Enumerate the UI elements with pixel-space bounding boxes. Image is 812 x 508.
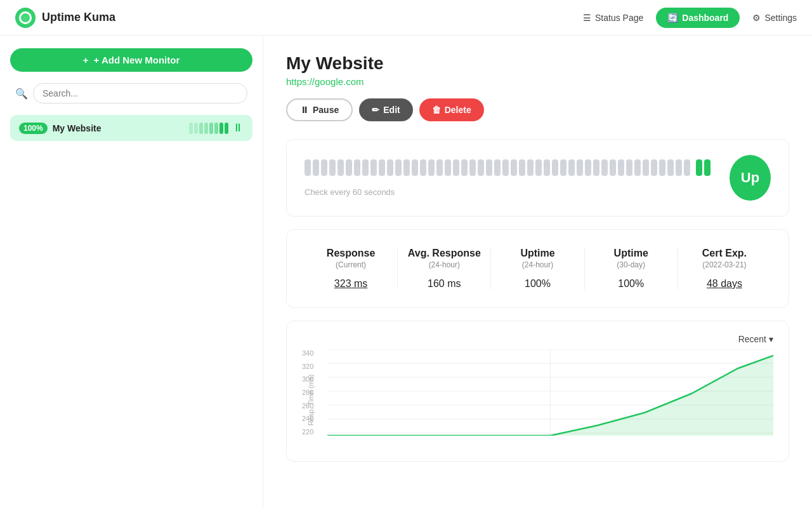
hb-big-bar bbox=[684, 159, 690, 176]
hb-big-bar bbox=[568, 159, 575, 176]
monitor-list-item[interactable]: 100% My Website ⏸ bbox=[10, 115, 252, 141]
app-title: Uptime Kuma bbox=[42, 11, 115, 24]
hb-big-bar bbox=[667, 159, 674, 176]
add-monitor-button[interactable]: + + Add New Monitor bbox=[10, 48, 252, 72]
hb-bar bbox=[209, 123, 213, 134]
hb-big-bar bbox=[535, 159, 542, 176]
chevron-down-icon: ▾ bbox=[769, 334, 773, 344]
hb-big-bar-green bbox=[704, 159, 710, 176]
dashboard-button[interactable]: 🔄 Dashboard bbox=[656, 8, 740, 28]
hb-big-bar bbox=[502, 159, 509, 176]
hb-big-bar bbox=[346, 159, 352, 176]
stat-response: Response (Current) 323 ms bbox=[304, 248, 398, 290]
sidebar: + + Add New Monitor 🔍 100% My Website bbox=[0, 36, 263, 508]
stat-cert-exp: Cert Exp. (2022-03-21) 48 days bbox=[678, 248, 771, 290]
menu-icon: ☰ bbox=[583, 13, 591, 23]
layout: + + Add New Monitor 🔍 100% My Website bbox=[0, 36, 812, 508]
hb-bar bbox=[225, 123, 228, 134]
hb-big-bar bbox=[395, 159, 402, 176]
chart-plot bbox=[327, 349, 773, 436]
chart-header: Recent ▾ bbox=[302, 334, 773, 344]
heartbeat-row bbox=[304, 159, 714, 176]
hb-big-bar bbox=[626, 159, 632, 176]
hb-big-bar bbox=[354, 159, 360, 176]
hb-bar bbox=[214, 123, 218, 134]
hb-big-bar bbox=[618, 159, 624, 176]
stat-value: 100% bbox=[525, 278, 551, 290]
hb-big-bar bbox=[428, 159, 435, 176]
hb-big-bar bbox=[329, 159, 336, 176]
stat-sub: (30-day) bbox=[617, 260, 645, 269]
stat-sub: (Current) bbox=[336, 260, 366, 269]
hb-big-bar bbox=[321, 159, 327, 176]
site-url[interactable]: https://google.com bbox=[286, 76, 789, 87]
search-area: 🔍 bbox=[10, 83, 252, 104]
hb-big-bar bbox=[519, 159, 525, 176]
logo-area: Uptime Kuma bbox=[15, 8, 115, 28]
up-badge: Up bbox=[730, 155, 771, 201]
hb-big-bar bbox=[313, 159, 319, 176]
hb-big-bar bbox=[560, 159, 566, 176]
hb-big-bar bbox=[552, 159, 558, 176]
stat-value: 323 ms bbox=[334, 278, 367, 290]
hb-big-bar bbox=[387, 159, 393, 176]
stat-label: Cert Exp. bbox=[702, 248, 747, 259]
hb-big-bar bbox=[511, 159, 517, 176]
search-icon: 🔍 bbox=[15, 88, 28, 100]
hb-bar bbox=[219, 123, 223, 134]
hb-bar bbox=[204, 123, 208, 134]
stat-sub: (24-hour) bbox=[429, 260, 460, 269]
hb-bar bbox=[189, 123, 193, 134]
hb-big-bar bbox=[461, 159, 468, 176]
status-bars: Check every 60 seconds bbox=[304, 159, 714, 197]
hb-big-bar bbox=[436, 159, 443, 176]
stat-sub: (2022-03-21) bbox=[702, 260, 746, 269]
hb-big-bar bbox=[494, 159, 501, 176]
hb-big-bar bbox=[362, 159, 369, 176]
plus-icon: + bbox=[83, 55, 89, 65]
hb-big-bar bbox=[403, 159, 410, 176]
edit-icon: ✏ bbox=[372, 105, 379, 115]
chart-svg bbox=[327, 349, 773, 436]
search-input[interactable] bbox=[33, 83, 247, 104]
stat-avg-response: Avg. Response (24-hour) 160 ms bbox=[398, 248, 491, 290]
hb-big-bar bbox=[486, 159, 492, 176]
hb-big-bar bbox=[420, 159, 426, 176]
stat-sub: (24-hour) bbox=[522, 260, 553, 269]
status-page-link[interactable]: ☰ Status Page bbox=[583, 13, 643, 23]
uptime-badge: 100% bbox=[19, 123, 48, 134]
delete-button[interactable]: 🗑 Delete bbox=[419, 98, 484, 121]
main-content: My Website https://google.com ⏸ Pause ✏ … bbox=[263, 36, 812, 508]
pause-button[interactable]: ⏸ Pause bbox=[286, 98, 353, 121]
hb-big-bar bbox=[643, 159, 649, 176]
hb-bar bbox=[199, 123, 203, 134]
pause-icon: ⏸ bbox=[232, 121, 244, 135]
y-label: 220 bbox=[302, 428, 325, 436]
dashboard-icon: 🔄 bbox=[667, 13, 678, 23]
y-label: 320 bbox=[302, 363, 325, 370]
stat-label: Uptime bbox=[520, 248, 554, 259]
hb-big-bar bbox=[304, 159, 311, 176]
hb-big-bar bbox=[544, 159, 550, 176]
hb-big-bar bbox=[527, 159, 534, 176]
hb-big-bar bbox=[478, 159, 484, 176]
gear-icon: ⚙ bbox=[752, 13, 761, 23]
hb-big-bar bbox=[676, 159, 682, 176]
site-title: My Website bbox=[286, 53, 789, 74]
hb-bar bbox=[194, 123, 198, 134]
edit-button[interactable]: ✏ Edit bbox=[359, 98, 412, 121]
recent-dropdown-button[interactable]: Recent ▾ bbox=[738, 334, 773, 344]
stat-uptime-24h: Uptime (24-hour) 100% bbox=[491, 248, 584, 290]
hb-big-bar bbox=[593, 159, 599, 176]
settings-link[interactable]: ⚙ Settings bbox=[752, 13, 797, 23]
status-card: Check every 60 seconds Up bbox=[286, 139, 789, 217]
pause-btn-icon: ⏸ bbox=[300, 105, 309, 115]
hb-big-bar bbox=[445, 159, 451, 176]
hb-big-bar-green bbox=[696, 159, 702, 176]
monitor-status: ⏸ bbox=[189, 121, 244, 135]
hb-big-bar bbox=[659, 159, 665, 176]
hb-big-bar bbox=[634, 159, 641, 176]
y-axis-label: Resp. Time (ms) bbox=[307, 375, 315, 426]
y-label: 340 bbox=[302, 349, 325, 357]
stats-card: Response (Current) 323 ms Avg. Response … bbox=[286, 229, 789, 308]
